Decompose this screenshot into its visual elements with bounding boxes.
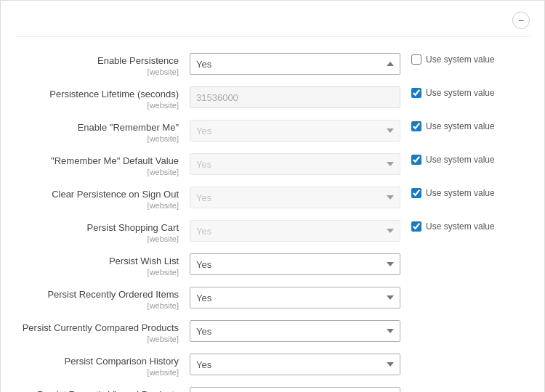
form-row-persist-recently-viewed: Persist Recently Viewed Products[website… [15, 384, 530, 392]
scope-persist-shopping-cart: [website] [15, 234, 179, 243]
system-value-checkbox-enable-remember-me[interactable] [411, 121, 421, 131]
label-enable-remember-me: Enable "Remember Me" [78, 122, 179, 133]
label-col-persist-recently-ordered: Persist Recently Ordered Items[website] [15, 284, 190, 310]
system-value-checkbox-clear-persistence-sign-out[interactable] [411, 188, 421, 198]
label-clear-persistence-sign-out: Clear Persistence on Sign Out [52, 189, 179, 200]
label-col-persistence-lifetime: Persistence Lifetime (seconds)[website] [15, 83, 190, 110]
extra-col-remember-me-default: Use system value [400, 150, 517, 165]
extra-col-persist-recently-ordered [400, 284, 517, 288]
select-enable-remember-me: Yes [190, 120, 400, 142]
form-row-persist-comparison-history: Persist Comparison History[website]Yes [15, 351, 530, 378]
label-persist-shopping-cart: Persist Shopping Cart [87, 222, 179, 233]
system-value-label-persist-shopping-cart[interactable]: Use system value [411, 221, 517, 232]
system-value-label-persistence-lifetime[interactable]: Use system value [411, 88, 517, 98]
form-row-enable-remember-me: Enable "Remember Me"[website]YesUse syst… [15, 117, 530, 144]
collapse-icon: − [518, 15, 524, 26]
extra-col-persist-recently-viewed [400, 384, 517, 388]
control-col-persist-recently-viewed: Yes [190, 384, 400, 392]
extra-col-persistence-lifetime: Use system value [400, 83, 517, 98]
extra-col-persist-wish-list [400, 250, 517, 255]
scope-persist-wish-list: [website] [15, 268, 179, 277]
select-persist-currently-compared[interactable]: Yes [190, 320, 400, 342]
control-col-persist-currently-compared: Yes [190, 317, 400, 342]
system-value-checkbox-persistence-lifetime[interactable] [411, 88, 421, 98]
select-clear-persistence-sign-out: Yes [190, 187, 400, 208]
scope-persist-recently-ordered: [website] [15, 301, 179, 310]
collapse-button[interactable]: − [512, 12, 530, 29]
label-col-persist-comparison-history: Persist Comparison History[website] [15, 351, 190, 377]
select-persist-recently-ordered[interactable]: Yes [190, 287, 400, 309]
select-persist-shopping-cart: Yes [190, 220, 400, 242]
label-persist-comparison-history: Persist Comparison History [65, 356, 179, 367]
input-persistence-lifetime [190, 86, 400, 108]
label-persist-recently-ordered: Persist Recently Ordered Items [47, 289, 179, 300]
extra-col-enable-remember-me: Use system value [400, 117, 517, 131]
extra-col-clear-persistence-sign-out: Use system value [400, 184, 517, 198]
control-col-persist-recently-ordered: Yes [190, 284, 400, 309]
control-col-persist-comparison-history: Yes [190, 351, 400, 375]
label-persist-recently-viewed: Persist Recently Viewed Products [37, 389, 179, 392]
label-col-persist-shopping-cart: Persist Shopping Cart[website] [15, 217, 190, 243]
scope-persistence-lifetime: [website] [15, 101, 179, 110]
system-value-checkbox-enable-persistence[interactable] [411, 54, 421, 65]
label-persist-currently-compared: Persist Currently Compared Products [23, 322, 179, 333]
control-col-remember-me-default: Yes [190, 150, 400, 175]
form-rows: Enable Persistence[website]YesUse system… [15, 50, 530, 392]
extra-col-persist-currently-compared [400, 317, 517, 322]
control-col-clear-persistence-sign-out: Yes [190, 184, 400, 208]
select-persist-wish-list[interactable]: Yes [190, 253, 400, 275]
select-remember-me-default: Yes [190, 153, 400, 175]
form-row-remember-me-default: "Remember Me" Default Value[website]YesU… [15, 150, 530, 178]
label-remember-me-default: "Remember Me" Default Value [51, 155, 179, 166]
form-row-enable-persistence: Enable Persistence[website]YesUse system… [15, 50, 530, 78]
control-col-persist-wish-list: Yes [190, 250, 400, 275]
label-col-clear-persistence-sign-out: Clear Persistence on Sign Out[website] [15, 184, 190, 210]
system-value-label-enable-remember-me[interactable]: Use system value [411, 121, 517, 131]
scope-enable-remember-me: [website] [15, 134, 179, 143]
label-col-persist-recently-viewed: Persist Recently Viewed Products[website… [15, 384, 190, 392]
extra-col-persist-comparison-history [400, 351, 517, 355]
control-col-enable-remember-me: Yes [190, 117, 400, 142]
form-row-persistence-lifetime: Persistence Lifetime (seconds)[website]U… [15, 83, 530, 111]
system-value-label-enable-persistence[interactable]: Use system value [411, 54, 517, 65]
extra-col-enable-persistence: Use system value [400, 50, 517, 65]
form-row-clear-persistence-sign-out: Clear Persistence on Sign Out[website]Ye… [15, 184, 530, 211]
scope-enable-persistence: [website] [15, 68, 179, 76]
label-persist-wish-list: Persist Wish List [109, 256, 179, 266]
scope-remember-me-default: [website] [15, 168, 179, 176]
label-col-persist-wish-list: Persist Wish List[website] [15, 250, 190, 277]
control-col-enable-persistence: Yes [190, 50, 400, 75]
label-col-enable-persistence: Enable Persistence[website] [15, 50, 190, 76]
scope-persist-comparison-history: [website] [15, 368, 179, 377]
select-enable-persistence[interactable]: Yes [190, 53, 400, 75]
general-options-section: − Enable Persistence[website]YesUse syst… [0, 0, 545, 392]
form-row-persist-recently-ordered: Persist Recently Ordered Items[website]Y… [15, 284, 530, 311]
extra-col-persist-shopping-cart: Use system value [400, 217, 517, 232]
label-col-persist-currently-compared: Persist Currently Compared Products[webs… [15, 317, 190, 343]
label-persistence-lifetime: Persistence Lifetime (seconds) [49, 89, 179, 99]
scope-clear-persistence-sign-out: [website] [15, 201, 179, 210]
form-row-persist-currently-compared: Persist Currently Compared Products[webs… [15, 317, 530, 345]
label-col-remember-me-default: "Remember Me" Default Value[website] [15, 150, 190, 176]
section-header: − [15, 12, 530, 37]
form-row-persist-wish-list: Persist Wish List[website]Yes [15, 250, 530, 278]
label-col-enable-remember-me: Enable "Remember Me"[website] [15, 117, 190, 143]
control-col-persist-shopping-cart: Yes [190, 217, 400, 242]
system-value-checkbox-remember-me-default[interactable] [411, 155, 421, 165]
system-value-label-remember-me-default[interactable]: Use system value [411, 155, 517, 165]
control-col-persistence-lifetime [190, 83, 400, 108]
select-persist-comparison-history[interactable]: Yes [190, 354, 400, 375]
system-value-label-clear-persistence-sign-out[interactable]: Use system value [411, 188, 517, 198]
label-enable-persistence: Enable Persistence [97, 55, 179, 66]
select-persist-recently-viewed[interactable]: Yes [190, 387, 400, 392]
scope-persist-currently-compared: [website] [15, 335, 179, 343]
form-row-persist-shopping-cart: Persist Shopping Cart[website]YesUse sys… [15, 217, 530, 245]
system-value-checkbox-persist-shopping-cart[interactable] [411, 221, 421, 232]
